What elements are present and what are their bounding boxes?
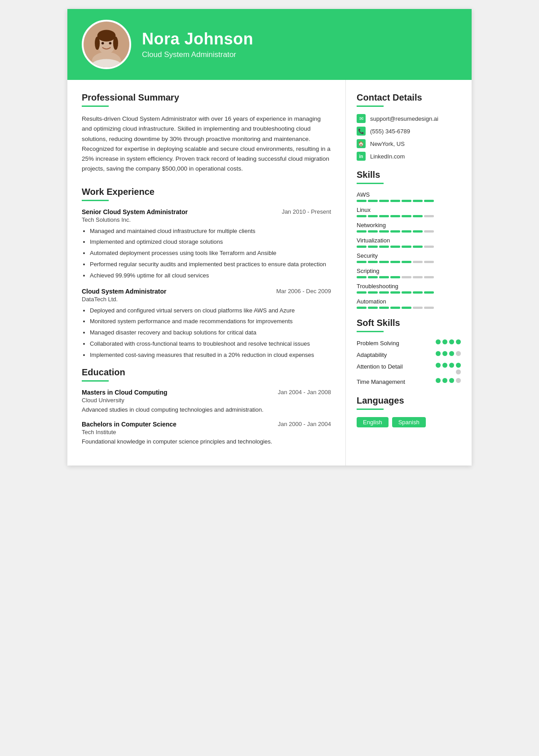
skill-segment-filled	[368, 215, 378, 217]
skill-segment-filled	[379, 307, 389, 309]
soft-skill-row: Adaptability	[357, 351, 461, 359]
left-column: Professional Summary Results-driven Clou…	[67, 80, 346, 466]
skill-segment-filled	[390, 291, 400, 294]
skill-segment-filled	[379, 261, 389, 263]
language-tag: Spanish	[392, 417, 426, 427]
skill-bar	[357, 200, 461, 202]
skill-segment-filled	[368, 291, 378, 294]
skill-segment-empty	[424, 230, 434, 233]
education-title: Education	[82, 367, 331, 378]
candidate-name: Nora Johnson	[142, 30, 253, 48]
dot-filled	[449, 363, 454, 368]
contact-linkedin-item: in LinkedIn.com	[357, 152, 461, 161]
skill-segment-filled	[390, 307, 400, 309]
skill-segment-filled	[402, 230, 411, 233]
edu-degree: Bachelors in Computer Science	[82, 421, 177, 428]
job-bullets: Deployed and configured virtual servers …	[82, 306, 331, 360]
edu-school: Tech Institute	[82, 429, 331, 435]
body-section: Professional Summary Results-driven Clou…	[67, 80, 472, 466]
skill-bar	[357, 291, 461, 294]
dot-filled	[442, 351, 447, 356]
skill-segment-filled	[379, 246, 389, 248]
soft-skills-title: Soft Skills	[357, 318, 461, 328]
languages-title: Languages	[357, 396, 461, 406]
skill-segment-empty	[413, 307, 423, 309]
skill-segment-empty	[402, 276, 411, 278]
skill-name: Virtualization	[357, 237, 461, 244]
skill-segment-filled	[379, 230, 389, 233]
job-bullet-item: Monitored system performance and made re…	[90, 317, 331, 326]
skills-list: AWSLinuxNetworkingVirtualizationSecurity…	[357, 191, 461, 309]
skill-bar	[357, 215, 461, 217]
skill-segment-filled	[402, 291, 411, 294]
skill-segment-filled	[390, 276, 400, 278]
summary-title: Professional Summary	[82, 92, 331, 103]
soft-skill-name: Time Management	[357, 378, 405, 386]
job-bullet-item: Implemented and optimized cloud storage …	[90, 237, 331, 247]
skill-segment-filled	[357, 307, 367, 309]
svg-point-5	[95, 36, 100, 50]
soft-skills-underline	[357, 331, 384, 332]
skill-segment-filled	[368, 307, 378, 309]
soft-skill-dots	[436, 339, 461, 344]
skills-title: Skills	[357, 170, 461, 180]
jobs-list: Senior Cloud System AdministratorJan 201…	[82, 208, 331, 360]
skill-segment-filled	[368, 200, 378, 202]
job-title: Cloud System Administrator	[82, 288, 167, 295]
location-icon: 🏠	[357, 139, 366, 148]
skill-segment-filled	[379, 276, 389, 278]
skill-segment-filled	[368, 276, 378, 278]
summary-section: Professional Summary Results-driven Clou…	[82, 92, 331, 174]
dot-filled	[442, 378, 447, 383]
skill-segment-filled	[413, 246, 423, 248]
dot-empty	[456, 351, 461, 356]
skill-segment-filled	[357, 291, 367, 294]
skill-segment-filled	[379, 200, 389, 202]
dot-filled	[436, 363, 441, 368]
dot-filled	[449, 351, 454, 356]
skill-name: Linux	[357, 207, 461, 213]
soft-skill-dots	[436, 378, 461, 383]
work-underline	[82, 200, 109, 201]
contact-underline	[357, 105, 384, 107]
education-section: Education Masters in Cloud ComputingJan …	[82, 367, 331, 447]
education-underline	[82, 380, 109, 382]
skill-name: Security	[357, 252, 461, 259]
phone-icon: 📞	[357, 127, 366, 136]
job-company: Tech Solutions Inc.	[82, 216, 331, 223]
svg-point-9	[109, 42, 112, 44]
skill-bar	[357, 307, 461, 309]
contact-phone-item: 📞 (555) 345-6789	[357, 127, 461, 136]
svg-point-8	[102, 42, 104, 44]
job-bullet-item: Performed regular security audits and im…	[90, 260, 331, 269]
skill-row: Automation	[357, 298, 461, 309]
dot-empty	[456, 378, 461, 383]
linkedin-icon: in	[357, 152, 366, 161]
summary-underline	[82, 105, 109, 107]
skill-segment-empty	[424, 276, 434, 278]
header-section: Nora Johnson Cloud System Administrator	[67, 9, 472, 80]
skill-segment-filled	[390, 215, 400, 217]
contact-email-item: ✉ support@resumedesign.ai	[357, 114, 461, 123]
job-bullet-item: Managed and maintained cloud infrastruct…	[90, 227, 331, 236]
edu-header: Masters in Cloud ComputingJan 2004 - Jan…	[82, 389, 331, 396]
skill-segment-filled	[390, 230, 400, 233]
job-bullet-item: Managed disaster recovery and backup sol…	[90, 328, 331, 338]
skills-section: Skills AWSLinuxNetworkingVirtualizationS…	[357, 170, 461, 309]
skill-bar	[357, 230, 461, 233]
job-item: Senior Cloud System AdministratorJan 201…	[82, 208, 331, 281]
job-company: DataTech Ltd.	[82, 296, 331, 303]
summary-text: Results-driven Cloud System Administrato…	[82, 114, 331, 174]
soft-skills-section: Soft Skills Problem SolvingAdaptabilityA…	[357, 318, 461, 387]
contact-linkedin: LinkedIn.com	[370, 153, 405, 160]
skill-row: Troubleshooting	[357, 283, 461, 294]
language-tag: English	[357, 417, 389, 427]
dot-filled	[449, 339, 454, 344]
soft-skill-name: Adaptability	[357, 351, 387, 359]
skill-segment-filled	[368, 261, 378, 263]
email-icon: ✉	[357, 114, 366, 123]
soft-skill-name: Problem Solving	[357, 339, 399, 347]
dot-filled	[456, 363, 461, 368]
skill-segment-filled	[424, 291, 434, 294]
skill-segment-filled	[413, 291, 423, 294]
